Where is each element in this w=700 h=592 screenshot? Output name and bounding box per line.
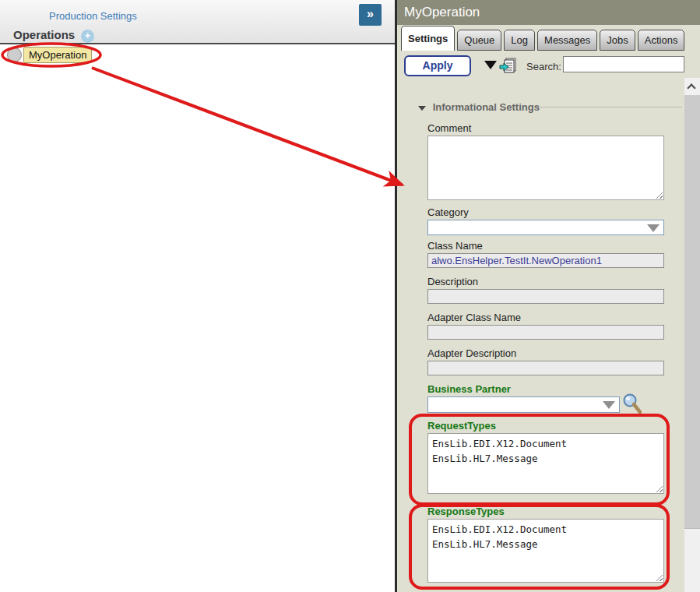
class-name-input[interactable] — [427, 253, 664, 268]
business-partner-select[interactable] — [427, 396, 620, 413]
request-types-label: RequestTypes — [427, 420, 496, 432]
details-panel-title: MyOperation — [397, 0, 700, 25]
comment-field-wrap — [427, 136, 664, 200]
operation-details-panel: MyOperation Settings Queue Log Messages … — [395, 0, 700, 592]
section-title: Informational Settings — [433, 101, 540, 113]
adapter-class-name-label: Adapter Class Name — [427, 312, 521, 323]
production-config-left-panel: Production Settings » Operations + MyOpe… — [0, 0, 395, 592]
plus-icon: + — [85, 30, 91, 41]
left-panel-header: Production Settings » Operations + — [0, 0, 395, 44]
request-types-textarea[interactable]: EnsLib.EDI.X12.Document EnsLib.HL7.Messa… — [427, 433, 664, 494]
tab-messages[interactable]: Messages — [537, 30, 597, 51]
class-name-label: Class Name — [427, 240, 483, 252]
tab-jobs[interactable]: Jobs — [600, 30, 635, 51]
tab-queue[interactable]: Queue — [457, 30, 501, 51]
scrollbar-thumb[interactable] — [684, 528, 700, 592]
description-label: Description — [427, 276, 478, 287]
comment-label: Comment — [427, 122, 471, 134]
section-divider — [537, 107, 682, 107]
response-types-field-wrap: EnsLib.EDI.X12.Document EnsLib.HL7.Messa… — [427, 519, 664, 583]
add-operation-button[interactable]: + — [81, 30, 94, 43]
tab-log[interactable]: Log — [504, 30, 535, 51]
collapse-triangle-icon — [418, 106, 426, 111]
response-types-label: ResponseTypes — [427, 506, 505, 517]
adapter-class-name-input[interactable] — [427, 325, 664, 340]
magnifier-lookup-icon[interactable] — [621, 393, 645, 415]
production-settings-link[interactable]: Production Settings — [49, 10, 137, 22]
tab-settings[interactable]: Settings — [401, 26, 455, 51]
chevron-double-right-icon: » — [367, 7, 374, 20]
informational-settings-section-header[interactable]: Informational Settings — [418, 101, 540, 113]
search-label: Search: — [526, 61, 561, 72]
apply-dropdown-icon[interactable] — [484, 61, 497, 69]
details-tab-bar: Settings Queue Log Messages Jobs Actions — [401, 26, 687, 51]
search-input[interactable] — [563, 56, 684, 72]
response-types-textarea[interactable]: EnsLib.EDI.X12.Document EnsLib.HL7.Messa… — [427, 519, 664, 583]
apply-button[interactable]: Apply — [404, 55, 471, 76]
tab-actions[interactable]: Actions — [638, 30, 685, 51]
operation-list-item[interactable]: MyOperation — [7, 47, 92, 63]
operation-status-circle-icon[interactable] — [7, 48, 22, 62]
scroll-up-button[interactable] — [684, 78, 700, 95]
select-arrow-icon — [647, 224, 660, 232]
scrollbar-track[interactable] — [684, 95, 700, 528]
adapter-description-input[interactable] — [427, 361, 664, 375]
chevron-up-icon — [687, 83, 695, 92]
operations-heading: Operations — [13, 28, 75, 41]
vertical-scrollbar[interactable] — [684, 78, 700, 592]
business-partner-label: Business Partner — [427, 383, 511, 395]
select-arrow-icon — [603, 401, 615, 409]
category-label: Category — [427, 206, 469, 218]
description-input[interactable] — [427, 289, 664, 304]
expand-panel-button[interactable]: » — [359, 4, 382, 26]
request-types-field-wrap: EnsLib.EDI.X12.Document EnsLib.HL7.Messa… — [427, 433, 664, 494]
adapter-description-label: Adapter Description — [427, 347, 516, 359]
operation-item-label[interactable]: MyOperation — [23, 47, 92, 63]
comment-textarea[interactable] — [427, 136, 664, 200]
category-select[interactable] — [427, 220, 664, 235]
copy-settings-icon[interactable] — [499, 57, 518, 76]
